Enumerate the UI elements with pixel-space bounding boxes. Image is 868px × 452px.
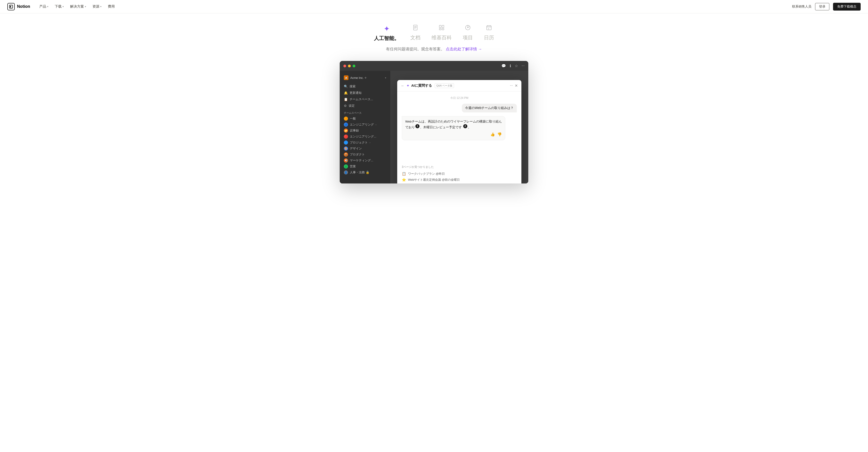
tab-ai-label: 人工智能。 [374,35,399,42]
star-icon[interactable]: ☆ [515,64,518,68]
tab-wiki[interactable]: 维基百科 [431,24,452,41]
ai-sparkle-icon: ✦ [406,84,409,88]
sidebar-item-updates[interactable]: 🔔 更新通知 [342,90,389,96]
nav-right: 联系销售人员 登录 免费下载概念 [792,3,861,10]
svg-rect-9 [442,29,444,30]
team-icon-product: 📦 [344,153,348,157]
login-button[interactable]: 登录 [815,3,829,10]
cta-button[interactable]: 免费下载概念 [833,3,861,10]
source-icon-1: 📋 [402,172,406,176]
wiki-icon [438,24,445,32]
team-icon-engineering: 🔵 [344,123,348,127]
sidebar-item-product[interactable]: 📦 プロダクト [342,152,389,158]
notion-logo-icon [7,3,15,10]
svg-text:5: 5 [488,28,489,30]
tab-projects[interactable]: 项目 [463,24,473,41]
notion-logo-text: Notion [17,4,30,9]
citation-badge-2: 2 [463,124,467,128]
chevron-down-icon: ▾ [63,5,64,8]
chat-sources: 3ページが見つかりました 📋 ワークバックプラン @昨日 ⭐ Webサイト週次定… [397,165,521,184]
citation-badge-1: 1 [415,124,420,128]
sidebar-section-teamspace: チームスペース [342,109,389,116]
ai-modal-title: AIに質問する [411,84,432,88]
tab-ai[interactable]: ✦ 人工智能。 [374,24,399,42]
ai-modal-back-button[interactable]: ← [401,84,405,88]
team-icon-general: 🔶 [344,117,348,121]
team-icon-hr: 👤 [344,170,348,174]
source-item-1[interactable]: 📋 ワークバックプラン @昨日 [402,171,517,177]
nav-link-products[interactable]: 产品 ▾ [37,3,51,10]
workspace-switcher[interactable]: 🏠 Acme Inc. ✧ ▾ [342,74,389,82]
thumbs-down-button[interactable]: 👎 [497,131,502,137]
workspace-icon: 🏠 [344,75,348,80]
nav-link-download[interactable]: 下载 ▾ [52,3,66,10]
ai-modal-more-button[interactable]: ··· [510,84,513,88]
calendar-icon: 5 [486,24,492,32]
ai-modal-badge: Q&A ベータ版 [435,83,454,88]
svg-rect-8 [439,29,441,30]
sidebar-item-projects[interactable]: 🌐 プロジェクト › [342,139,389,146]
nav-link-pricing[interactable]: 费用 [105,3,118,10]
sidebar-item-general[interactable]: 🔶 一般 [342,116,389,122]
sidebar-item-design[interactable]: 🎨 デザイン [342,146,389,152]
sidebar-item-minutes[interactable]: 📁 议事録 [342,128,389,134]
app-content: 🏠 Acme Inc. ✧ ▾ 🔍 搜索 🔔 更新通知 📋 チームスペース... [340,71,528,184]
contact-sales-button[interactable]: 联系销售人员 [792,5,811,9]
sidebar-item-engineering[interactable]: 🔵 エンジニアリング › [342,122,389,128]
chat-area: 今日 12:24 PM 今週のWebチームの取り組みは？ Webチームは、再設計… [397,92,521,165]
team-icon-engineering2: 🔴 [344,134,348,139]
user-message: 今週のWebチームの取り組みは？ [402,104,517,112]
ai-modal: ← ✦ AIに質問する Q&A ベータ版 ··· ✕ 今日 12:24 PM [397,80,521,184]
svg-point-11 [467,27,468,28]
source-icon-2: ⭐ [402,178,406,182]
app-window: 💬 ℹ ☆ ··· 🏠 Acme Inc. ✧ ▾ 🔍 搜索 [340,61,528,184]
user-message-text: 今週のWebチームの取り組みは？ [462,104,517,112]
sidebar: 🏠 Acme Inc. ✧ ▾ 🔍 搜索 🔔 更新通知 📋 チームスペース... [340,71,390,184]
search-icon: 🔍 [344,85,348,88]
main-area: ← ✦ AIに質問する Q&A ベータ版 ··· ✕ 今日 12:24 PM [390,71,528,184]
tab-docs[interactable]: 文档 [410,24,421,41]
chevron-down-icon: ▾ [47,5,48,8]
traffic-light-green[interactable] [352,65,355,67]
sources-title: 3ページが見つかりました [402,165,517,169]
svg-rect-1 [10,6,11,8]
source-item-2[interactable]: ⭐ Webサイト週次定例会議 @前の金曜日 [402,177,517,183]
grid-icon: 📋 [344,97,348,101]
chat-timestamp: 今日 12:24 PM [402,96,517,100]
tab-wiki-label: 维基百科 [431,34,452,41]
sidebar-item-hr[interactable]: 👤 人事・法務 🔒 [342,169,389,175]
traffic-light-red[interactable] [343,65,346,67]
sidebar-item-marketing[interactable]: 📢 マーケティング... [342,158,389,163]
chevron-right-icon2: › [370,141,370,144]
traffic-light-yellow[interactable] [348,65,351,67]
ai-message: Webチームは、再設計のためのワイヤーフレームの構築に取り組んでおり1、木曜日に… [402,116,517,140]
nav-link-resources[interactable]: 资源 ▾ [90,3,104,10]
source-item-3[interactable]: ✅ プロダクト開発プロセス [402,183,517,184]
ai-modal-close-button[interactable]: ✕ [515,84,518,88]
ai-message-text: Webチームは、再設計のためのワイヤーフレームの構築に取り組んでおり1、木曜日に… [402,116,505,140]
thumbs-up-button[interactable]: 👍 [490,131,495,137]
titlebar-actions: 💬 ℹ ☆ ··· [501,64,525,68]
svg-rect-7 [442,25,444,28]
sidebar-item-sales[interactable]: 💲 営業 [342,163,389,169]
ai-modal-actions: ··· ✕ [510,84,518,88]
docs-icon [412,24,418,32]
nav-link-solutions[interactable]: 解决方案 ▾ [67,3,89,10]
sidebar-item-engineering2[interactable]: 🔴 エンジニアリング... [342,134,389,139]
chevron-down-icon: ▾ [85,5,86,8]
comment-icon[interactable]: 💬 [501,64,506,68]
sidebar-item-teamspace[interactable]: 📋 チームスペース... [342,96,389,102]
nav-logo[interactable]: Notion [7,3,30,10]
info-icon[interactable]: ℹ [510,64,511,68]
app-titlebar: 💬 ℹ ☆ ··· [340,61,528,71]
team-icon-marketing: 📢 [344,158,348,163]
more-icon[interactable]: ··· [522,64,525,68]
tab-docs-label: 文档 [410,34,421,41]
team-icon-minutes: 📁 [344,129,348,133]
tab-calendar[interactable]: 5 日历 [484,24,494,41]
sidebar-item-settings[interactable]: ⚙ 设定 [342,102,389,109]
sidebar-item-search[interactable]: 🔍 搜索 [342,83,389,90]
navbar: Notion 产品 ▾ 下载 ▾ 解决方案 ▾ 资源 ▾ 费用 联系销售人员 登… [0,0,868,13]
hero-subtitle-link[interactable]: 点击此处了解详情 → [446,47,482,51]
ai-feedback-actions: 👍 👎 [405,131,502,137]
